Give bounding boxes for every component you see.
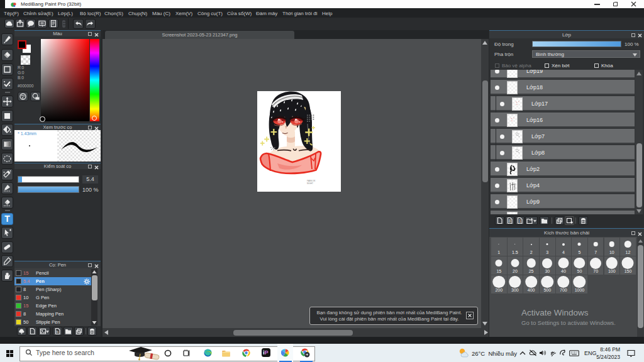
svg-text:NIGHT: NIGHT [307, 182, 313, 185]
svg-text:b: b [57, 330, 59, 334]
svg-text:8: 8 [509, 219, 511, 223]
svg-text:1: 1 [519, 219, 521, 223]
